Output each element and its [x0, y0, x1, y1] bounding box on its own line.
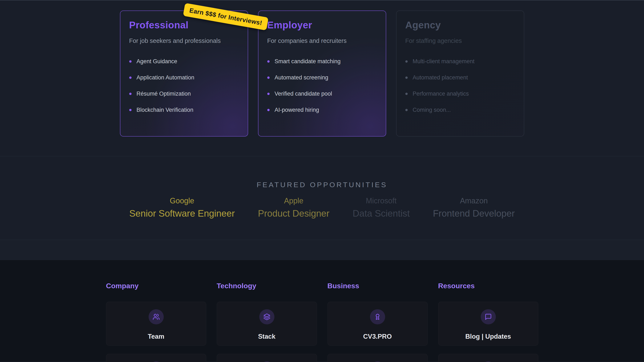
tier-card-employer[interactable]: Employer For companies and recruiters Sm…	[258, 10, 386, 137]
job-company: Google	[129, 196, 235, 205]
users-icon	[148, 309, 164, 324]
footer-link-label: Team	[148, 333, 164, 340]
bullet-dot-icon	[267, 109, 270, 111]
job-role: Product Designer	[258, 208, 330, 219]
featured-job-apple[interactable]: Apple Product Designer	[258, 196, 330, 219]
layers-icon	[259, 309, 274, 324]
footer-column-business: Business CV3.PRO	[328, 282, 428, 362]
feature-label: AI-powered hiring	[275, 107, 319, 113]
bullet-dot-icon	[129, 93, 132, 95]
footer-link-partial[interactable]	[438, 354, 538, 362]
job-role: Data Scientist	[353, 208, 410, 219]
feature-label: Blockchain Verification	[136, 107, 194, 113]
feature-label: Performance analytics	[413, 91, 469, 97]
job-company: Microsoft	[353, 196, 410, 205]
footer-column-heading: Company	[106, 282, 206, 290]
footer-column-resources: Resources Blog | Updates	[438, 282, 538, 362]
bullet-dot-icon	[267, 93, 270, 95]
tier-description: For job seekers and professionals	[129, 37, 239, 44]
feature-label: Automated screening	[275, 74, 328, 81]
tier-title: Employer	[267, 19, 377, 31]
bullet-dot-icon	[405, 76, 408, 79]
footer-column-technology: Technology Stack	[217, 282, 317, 362]
tier-title: Agency	[405, 19, 515, 31]
footer-link-stack[interactable]: Stack	[217, 302, 317, 346]
footer-link-blog-updates[interactable]: Blog | Updates	[438, 302, 538, 346]
footer-link-cv3pro[interactable]: CV3.PRO	[328, 302, 428, 346]
feature-item: Automated placement	[405, 74, 515, 81]
footer-column-company: Company Team	[106, 282, 206, 362]
feature-item: AI-powered hiring	[267, 107, 377, 113]
feature-label: Smart candidate matching	[275, 58, 341, 65]
feature-item: Automated screening	[267, 74, 377, 81]
tier-description: For companies and recruiters	[267, 37, 377, 44]
feature-item: Multi-client management	[405, 58, 515, 65]
footer-column-heading: Resources	[438, 282, 538, 290]
tier-description: For staffing agencies	[405, 37, 515, 44]
footer-link-partial[interactable]	[328, 354, 428, 362]
tier-cards-row: Professional For job seekers and profess…	[0, 0, 644, 137]
featured-opportunities-section: FEATURED OPPORTUNITIES Google Senior Sof…	[0, 156, 644, 240]
job-company: Apple	[258, 196, 330, 205]
featured-heading: FEATURED OPPORTUNITIES	[0, 156, 644, 189]
feature-item: Résumé Optimization	[129, 91, 239, 97]
tier-card-agency: Agency For staffing agencies Multi-clien…	[396, 10, 524, 137]
footer-link-partial[interactable]	[217, 354, 317, 362]
site-footer: Company Team Technology Stack	[0, 260, 644, 362]
footer-column-heading: Technology	[217, 282, 317, 290]
feature-label: Coming soon...	[413, 107, 451, 113]
footer-link-team[interactable]: Team	[106, 302, 206, 346]
bullet-dot-icon	[129, 60, 132, 63]
featured-job-google[interactable]: Google Senior Software Engineer	[129, 196, 235, 219]
footer-link-label: CV3.PRO	[363, 333, 392, 340]
featured-jobs-carousel: Google Senior Software Engineer Apple Pr…	[0, 196, 644, 219]
bullet-dot-icon	[129, 76, 132, 79]
feature-label: Agent Guidance	[136, 58, 178, 65]
footer-link-partial[interactable]	[106, 354, 206, 362]
bullet-dot-icon	[405, 109, 408, 111]
featured-job-microsoft[interactable]: Microsoft Data Scientist	[353, 196, 410, 219]
footer-grid: Company Team Technology Stack	[106, 260, 538, 362]
feature-label: Multi-client management	[413, 58, 474, 65]
bullet-dot-icon	[405, 60, 408, 63]
spacer-strip	[0, 240, 644, 260]
chat-bubble-icon	[481, 309, 496, 324]
tier-card-professional[interactable]: Professional For job seekers and profess…	[120, 10, 248, 137]
footer-link-label: Blog | Updates	[465, 333, 511, 340]
footer-column-heading: Business	[328, 282, 428, 290]
feature-label: Application Automation	[136, 74, 194, 81]
feature-item: Application Automation	[129, 74, 239, 81]
bullet-dot-icon	[267, 60, 270, 63]
bullet-dot-icon	[129, 109, 132, 111]
tier-feature-list: Multi-client management Automated placem…	[405, 58, 515, 113]
bullet-dot-icon	[405, 93, 408, 95]
award-icon	[370, 309, 385, 324]
footer-link-label: Stack	[258, 333, 276, 340]
tier-feature-list: Agent Guidance Application Automation Ré…	[129, 58, 239, 113]
job-role: Frontend Developer	[433, 208, 515, 219]
feature-item: Smart candidate matching	[267, 58, 377, 65]
feature-item: Performance analytics	[405, 91, 515, 97]
feature-item: Blockchain Verification	[129, 107, 239, 113]
feature-label: Automated placement	[413, 74, 468, 81]
job-company: Amazon	[433, 196, 515, 205]
tier-cards-section: Professional For job seekers and profess…	[0, 0, 644, 156]
feature-item: Verified candidate pool	[267, 91, 377, 97]
feature-label: Résumé Optimization	[136, 91, 191, 97]
bullet-dot-icon	[267, 76, 270, 79]
job-role: Senior Software Engineer	[129, 208, 235, 219]
tier-feature-list: Smart candidate matching Automated scree…	[267, 58, 377, 113]
featured-job-amazon[interactable]: Amazon Frontend Developer	[433, 196, 515, 219]
feature-item: Coming soon...	[405, 107, 515, 113]
feature-item: Agent Guidance	[129, 58, 239, 65]
feature-label: Verified candidate pool	[275, 91, 332, 97]
